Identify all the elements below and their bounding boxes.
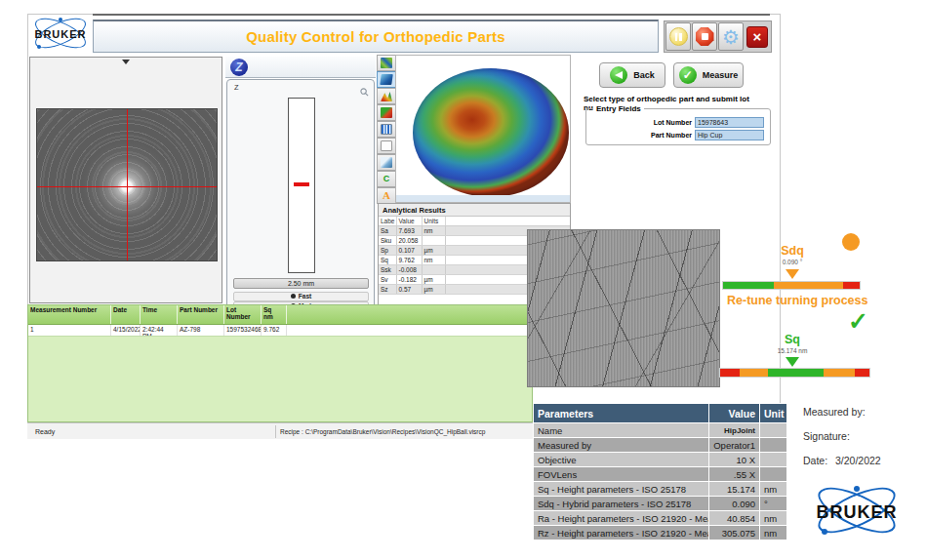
result-units: nm xyxy=(422,256,445,265)
result-label: Sz xyxy=(379,285,396,295)
range-segment xyxy=(774,282,843,289)
tools-button[interactable] xyxy=(377,154,396,171)
result-value: -0.008 xyxy=(396,265,422,275)
result-value: -0.182 xyxy=(396,275,422,285)
parameter-name: Sq - Height parameters - ISO 25178 xyxy=(534,481,709,496)
result-value: 7.693 xyxy=(396,226,422,236)
magnifier-icon[interactable] xyxy=(360,83,369,100)
parameter-unit xyxy=(760,452,787,466)
color-image-button[interactable] xyxy=(377,104,396,121)
refresh-icon: C xyxy=(381,174,392,184)
sq-value: 15.174 nm xyxy=(763,347,822,354)
back-button[interactable]: Back xyxy=(599,62,665,88)
part-number-field[interactable] xyxy=(695,130,764,140)
page-title: Quality Control for Orthopedic Parts xyxy=(246,28,505,45)
bruker-logo-bottom: BRUKER xyxy=(808,486,906,537)
close-button[interactable]: × xyxy=(745,22,770,51)
col-sq[interactable]: Sqnm xyxy=(262,305,287,324)
measurement-row[interactable]: 1 4/15/2022 2:42:44 PM AZ-798 1597532468… xyxy=(28,325,532,337)
col-measurement-number[interactable]: Measurement Number xyxy=(28,305,111,324)
signature-label: Signature: xyxy=(803,430,850,442)
z-slider-position[interactable] xyxy=(294,182,309,186)
col-lot-number[interactable]: Lot Number xyxy=(224,305,262,324)
measure-button[interactable]: ✓ Measure xyxy=(673,62,744,88)
lot-number-row: Lot Number xyxy=(654,117,764,128)
pause-button[interactable] xyxy=(665,22,691,51)
parameter-name: Measured by xyxy=(534,437,709,452)
speed-option-fast[interactable]: Fast xyxy=(233,292,369,301)
parameter-row[interactable]: Name HipJoint xyxy=(534,422,787,437)
parameter-unit xyxy=(760,437,787,452)
parameter-unit: nm xyxy=(760,481,787,496)
parameter-row[interactable]: Rz - Height parameters - ISO 21920 - Mea… xyxy=(534,525,787,540)
range-segment xyxy=(740,369,768,377)
annotation-a-icon: A xyxy=(381,190,392,201)
z-tab[interactable]: Z xyxy=(230,59,248,76)
parameter-unit xyxy=(760,422,787,437)
result-units xyxy=(422,236,445,246)
surface-texture-image[interactable] xyxy=(527,229,720,387)
heatmap-footer-strip xyxy=(396,195,570,202)
result-units: µm xyxy=(422,285,445,295)
parameter-row[interactable]: Ra - Height parameters - ISO 21920 - Mea… xyxy=(534,510,787,525)
surface-map-button[interactable] xyxy=(377,55,396,71)
live-video-panel xyxy=(29,57,222,303)
sq-pass-check-icon: ✓ xyxy=(848,309,868,334)
collapse-chevron-icon[interactable] xyxy=(122,60,130,64)
parameter-name: Ra - Height parameters - ISO 21920 - Mea… xyxy=(534,510,709,525)
settings-button[interactable]: ⚙ xyxy=(718,22,744,51)
col-part-number[interactable]: Part Number xyxy=(178,305,224,324)
range-segment xyxy=(855,369,869,377)
color-image-icon xyxy=(381,107,392,118)
histogram-button[interactable] xyxy=(377,121,396,138)
sdq-value: 0.090 ° xyxy=(763,259,822,265)
parameter-unit: nm xyxy=(760,510,787,525)
gear-icon: ⚙ xyxy=(722,27,740,47)
parameter-name: Name xyxy=(534,422,709,437)
surface-map-icon xyxy=(381,58,392,68)
result-label: Sp xyxy=(379,246,396,256)
range-segment xyxy=(824,369,855,377)
parameter-name: FOVLens xyxy=(534,466,709,481)
result-units: µm xyxy=(422,246,445,256)
result-units xyxy=(422,265,445,275)
z-slider-track[interactable] xyxy=(288,98,315,273)
parameter-value: 15.174 xyxy=(709,481,760,496)
z-stage-panel: Z Z 2.50 mm Fast Med Slow xyxy=(225,57,376,314)
entry-fields-group: Entry Fields Lot Number Part Number xyxy=(585,108,771,145)
parameter-row[interactable]: Sdq - Hybrid parameters - ISO 25178 0.09… xyxy=(534,496,787,510)
annotation-button[interactable]: A xyxy=(377,187,396,204)
surface-3d-button[interactable] xyxy=(377,71,396,88)
interference-fringe-image[interactable] xyxy=(36,108,218,261)
crosshair-horizontal xyxy=(37,186,217,187)
heightmap-image[interactable] xyxy=(413,68,569,197)
parameter-row[interactable]: Objective 10 X xyxy=(534,452,787,466)
profile-3d-icon xyxy=(381,91,392,101)
entry-fields-legend: Entry Fields xyxy=(593,104,644,113)
result-label: Sku xyxy=(379,236,396,246)
range-segment xyxy=(843,282,860,289)
z-stage-body: Z 2.50 mm Fast Med Slow xyxy=(226,79,375,313)
result-value: 9.762 xyxy=(396,256,422,265)
parameter-row[interactable]: Measured by Operator1 xyxy=(534,437,787,452)
parameter-row[interactable]: Sq - Height parameters - ISO 25178 15.17… xyxy=(534,481,787,496)
title-bar: Quality Control for Orthopedic Parts xyxy=(93,20,659,53)
col-time[interactable]: Time xyxy=(141,305,178,324)
report-button[interactable] xyxy=(377,138,396,154)
refresh-button[interactable]: C xyxy=(377,171,396,187)
stop-button[interactable] xyxy=(692,22,717,51)
close-icon: × xyxy=(746,26,768,48)
analytical-results-title: Analytical Results xyxy=(379,204,570,217)
result-label: Sa xyxy=(379,226,396,236)
parameter-unit xyxy=(760,466,787,481)
profile-3d-button[interactable] xyxy=(377,88,396,104)
z-tabstrip: Z xyxy=(225,57,376,78)
lot-number-field[interactable] xyxy=(695,117,764,128)
sq-range-bar xyxy=(719,368,870,378)
cell-sq: 9.762 xyxy=(262,325,287,336)
parameter-row[interactable]: FOVLens .55 X xyxy=(534,466,787,481)
lot-number-label: Lot Number xyxy=(654,119,692,126)
part-number-label: Part Number xyxy=(651,132,692,139)
col-date[interactable]: Date xyxy=(111,305,141,324)
bruker-logo-top: BRUKER xyxy=(29,18,92,51)
